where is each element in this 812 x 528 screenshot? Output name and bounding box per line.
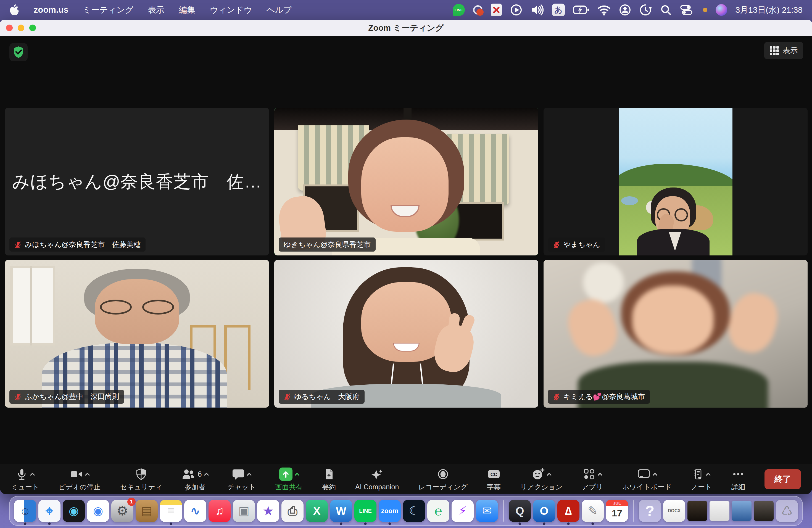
dock-item-textedit[interactable]: ✎ (582, 500, 604, 522)
menu-item-view[interactable]: 表示 (148, 4, 164, 16)
dock-item-messenger[interactable]: ⚡ (452, 500, 474, 522)
play-status-icon[interactable] (510, 4, 522, 16)
chevron-up-icon[interactable] (652, 472, 657, 478)
menu-app-name[interactable]: zoom.us (34, 5, 69, 15)
whiteboard-button[interactable]: ホワイトボード (622, 467, 672, 492)
menu-item-help[interactable]: ヘルプ (266, 4, 292, 16)
user-account-icon[interactable] (619, 4, 631, 16)
participant-name: ゆきちゃん@奈良県香芝市 (284, 240, 371, 249)
notification-status-icon[interactable] (473, 5, 482, 15)
captions-button[interactable]: CC 字幕 (487, 467, 501, 492)
status-dot-icon (703, 8, 707, 12)
dock-item-word[interactable]: W (330, 500, 352, 522)
security-button[interactable]: セキュリティ (120, 467, 162, 492)
dock-item-excel[interactable]: X (306, 500, 328, 522)
siri-icon[interactable] (715, 4, 727, 16)
dock-item-help-question[interactable]: ? (639, 500, 661, 522)
dock-item-minimized-window-chat[interactable] (710, 501, 729, 521)
dock-item-evernote[interactable]: ℮ (427, 500, 449, 522)
dock-item-freeform-wave[interactable]: ∿ (184, 500, 206, 522)
participant-name-tag: ふかちゃん@豊中 深田尚則 (10, 390, 124, 404)
svg-text:CC: CC (491, 472, 497, 477)
dock-item-notes[interactable]: ≡ (160, 500, 182, 522)
menu-item-edit[interactable]: 編集 (179, 4, 195, 16)
dock-item-imovie-star[interactable]: ★ (257, 500, 279, 522)
dock-item-safari[interactable]: ⌖ (39, 500, 60, 522)
apps-button[interactable]: アプリ (582, 467, 603, 492)
apple-logo-icon[interactable] (10, 4, 19, 16)
x-app-status-icon[interactable] (491, 4, 502, 16)
participant-tile-kimieru[interactable]: キミえる💕@奈良葛城市 (543, 260, 808, 408)
menu-item-window[interactable]: ウィンドウ (209, 4, 252, 16)
menu-bar-clock[interactable]: 3月13日(水) 21:38 (736, 4, 802, 16)
dock-item-line[interactable]: LINE (354, 500, 376, 522)
chevron-up-icon[interactable] (706, 472, 711, 478)
toolbar-label: セキュリティ (120, 482, 162, 492)
participant-tile-fuka[interactable]: ふかちゃん@豊中 深田尚則 (5, 260, 269, 408)
dock-item-minimized-window-doc[interactable] (754, 501, 773, 521)
participant-tile-yuru[interactable]: ゆるちゃん 大阪府 (274, 260, 538, 408)
apps-icon (583, 468, 595, 481)
participant-tile-miho[interactable]: みほちゃん@奈良香芝市 佐… みほちゃん@奈良香芝市 佐藤美穂 (5, 108, 269, 255)
battery-charging-icon[interactable] (573, 4, 589, 16)
toolbar-label: AI Companion (355, 483, 399, 491)
chevron-up-icon[interactable] (204, 472, 209, 478)
participant-tile-yama[interactable]: やまちゃん (543, 108, 808, 255)
chevron-up-icon[interactable] (85, 472, 90, 478)
chevron-up-icon[interactable] (247, 472, 252, 478)
dock-item-finder[interactable]: ☺ (14, 500, 36, 522)
spotlight-search-icon[interactable] (660, 4, 672, 16)
dock-item-minimized-window-blue[interactable] (731, 501, 752, 521)
control-center-icon[interactable] (680, 4, 695, 16)
notes-button[interactable]: ノート (691, 467, 712, 492)
share-screen-button[interactable]: 画面共有 (275, 467, 303, 492)
more-dots-icon (731, 468, 745, 481)
mute-button[interactable]: ミュート (11, 467, 39, 492)
dock-item-trash[interactable]: ♺ (776, 500, 798, 522)
dock-item-image-capture[interactable]: ▣ (233, 500, 255, 522)
dock-item-zoom[interactable]: zoom (379, 500, 401, 522)
security-shield-button[interactable] (10, 43, 28, 61)
record-button[interactable]: レコーディング (418, 467, 468, 492)
summary-button[interactable]: 要約 (322, 467, 336, 492)
time-machine-icon[interactable] (639, 4, 652, 16)
dock-item-system-settings[interactable]: ⚙ 1 (111, 500, 133, 522)
participants-button[interactable]: 6 参加者 (182, 467, 208, 492)
ai-companion-button[interactable]: AI Companion (355, 468, 399, 491)
toolbar-label: ホワイトボード (622, 482, 672, 492)
input-method-icon[interactable]: あ (552, 4, 565, 16)
participant-tile-yuki[interactable]: ゆきちゃん@奈良県香芝市 (274, 108, 538, 255)
chat-button[interactable]: チャット (228, 467, 256, 492)
dock-item-chrome[interactable]: ◉ (87, 500, 109, 522)
dock-item-minimized-window-dark[interactable] (687, 501, 707, 521)
dock-item-quicktime[interactable]: Q (509, 500, 531, 522)
dock-item-acrobat[interactable]: ∆ (557, 500, 579, 522)
chevron-up-icon[interactable] (294, 472, 300, 478)
chevron-up-icon[interactable] (30, 472, 35, 478)
more-button[interactable]: 詳細 (731, 467, 745, 492)
dock-item-contacts[interactable]: ▤ (135, 500, 158, 522)
wifi-icon[interactable] (597, 4, 611, 15)
dock-item-printer[interactable]: ⎙ (281, 500, 304, 522)
chevron-up-icon[interactable] (547, 472, 552, 478)
reactions-button[interactable]: リアクション (520, 467, 563, 492)
volume-status-icon[interactable] (531, 4, 544, 16)
dock-item-mail[interactable]: ✉ (476, 500, 498, 522)
dock-item-siri[interactable]: ◉ (63, 500, 85, 522)
dock-item-music[interactable]: ♫ (208, 500, 231, 522)
menu-item-meeting[interactable]: ミーティング (83, 4, 134, 16)
dock-item-kindle[interactable]: ☾ (403, 500, 425, 522)
participant-name: みほちゃん@奈良香芝市 佐藤美穂 (25, 240, 141, 249)
dock-area: ☺ ⌖ ◉ ◉ ⚙ 1 ▤ ≡ ∿ ♫ ▣ ★ ⎙ (0, 496, 812, 526)
muted-mic-icon (14, 241, 21, 248)
dock-item-calendar[interactable]: 17 JUL (606, 500, 628, 522)
window-title-bar[interactable]: Zoom ミーティング (0, 20, 812, 36)
toolbar-label: 画面共有 (275, 482, 303, 492)
line-status-icon[interactable]: LINE (453, 4, 465, 16)
leave-meeting-button[interactable]: 終了 (765, 469, 801, 489)
dock-item-docx-file[interactable]: DOCX (663, 500, 685, 522)
view-layout-button[interactable]: 表示 (764, 42, 803, 59)
dock-item-outlook[interactable]: O (533, 500, 555, 522)
stop-video-button[interactable]: ビデオの停止 (59, 467, 101, 492)
chevron-up-icon[interactable] (598, 472, 603, 478)
